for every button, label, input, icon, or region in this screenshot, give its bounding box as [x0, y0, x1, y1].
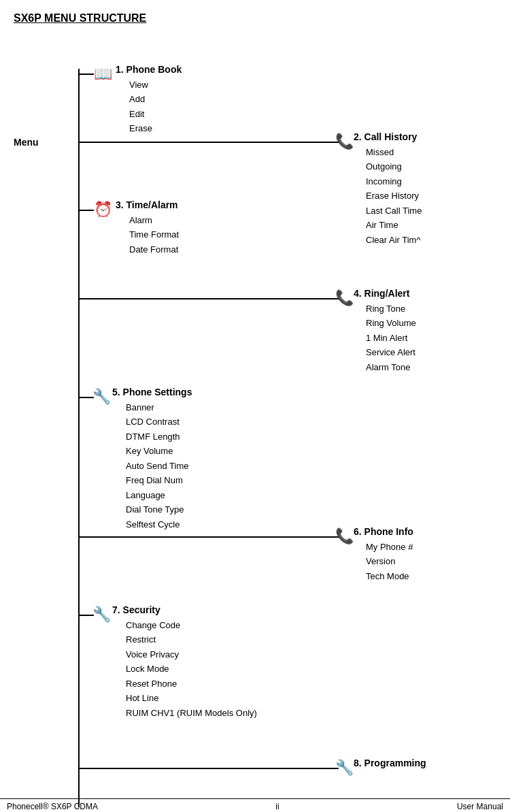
phone-settings-icon: 🔧: [92, 388, 111, 406]
time-alarm-icon: ⏰: [94, 201, 112, 218]
connector-line-7: [79, 615, 94, 616]
section-3-title: 3. Time/Alarm: [116, 199, 178, 210]
section-4-items: Ring ToneRing Volume1 Min AlertService A…: [366, 302, 416, 374]
connector-line-2: [79, 142, 339, 143]
section-5-items: BannerLCD ContrastDTMF LengthKey VolumeA…: [126, 400, 189, 532]
footer-right: User Manual: [457, 802, 503, 811]
connector-line-5: [79, 397, 94, 398]
section-1-title: 1. Phone Book: [116, 64, 182, 75]
section-2-items: MissedOutgoingIncomingErase HistoryLast …: [366, 145, 422, 247]
section-7-title: 7. Security: [112, 604, 160, 615]
footer-center: ii: [275, 802, 279, 811]
footer-left: Phonecell® SX6P CDMA: [7, 802, 98, 811]
ring-alert-icon: 📞: [335, 289, 354, 307]
connector-line-1: [79, 74, 94, 75]
phone-info-icon: 📞: [335, 527, 354, 545]
section-6-items: My Phone #VersionTech Mode: [366, 540, 413, 583]
page-title: SX6P MENU STRUCTURE: [0, 0, 510, 31]
section-2-title: 2. Call History: [354, 131, 417, 142]
main-vertical-line: [78, 69, 80, 807]
section-8-title: 8. Programming: [354, 758, 426, 768]
security-icon: 🔧: [92, 606, 111, 623]
section-3-items: AlarmTime FormatDate Format: [129, 213, 179, 257]
phone-book-icon: 📖: [94, 65, 112, 83]
section-4-title: 4. Ring/Alert: [354, 288, 409, 299]
connector-line-6: [79, 536, 339, 538]
programming-icon: 🔧: [335, 759, 354, 777]
section-7-items: Change CodeRestrictVoice PrivacyLock Mod…: [126, 618, 257, 720]
call-history-icon: 📞: [335, 133, 354, 150]
footer: Phonecell® SX6P CDMA ii User Manual: [0, 798, 510, 812]
section-1-items: ViewAddEditErase: [129, 78, 152, 136]
connector-line-8: [79, 768, 339, 769]
connector-line-4: [79, 298, 339, 299]
menu-label: Menu: [14, 137, 39, 148]
section-6-title: 6. Phone Info: [354, 526, 413, 537]
connector-line-3: [79, 210, 94, 211]
section-5-title: 5. Phone Settings: [112, 387, 192, 397]
